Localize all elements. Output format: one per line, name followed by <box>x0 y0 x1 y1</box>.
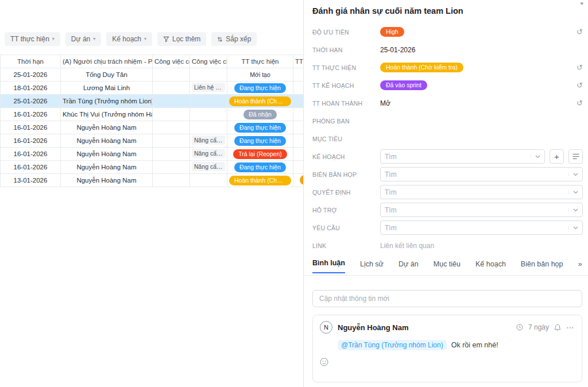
cell-pic[interactable]: Nguyễn Hoàng Nam <box>61 134 153 148</box>
plan-list-button[interactable] <box>568 149 583 164</box>
tab-project[interactable]: Dự án <box>399 260 419 273</box>
tab-comments[interactable]: Bình luận <box>312 259 345 273</box>
filter-tt-thuc-hien[interactable]: TT thực hiện ▾ <box>5 32 60 46</box>
filter-du-an[interactable]: Dự án ▾ <box>65 32 101 46</box>
tabs-overflow-icon[interactable]: » <box>578 260 582 273</box>
cell-due[interactable]: 16-01-2026 <box>1 121 61 134</box>
cell-status[interactable]: Đã nhận <box>227 108 293 121</box>
parent-task-chip[interactable]: Nâng cấp thẻ V <box>192 149 225 158</box>
table-row[interactable]: 25-01-2026 Tống Duy Tân Mới tạo <box>1 68 304 82</box>
cell-due[interactable]: 16-01-2026 <box>1 108 61 121</box>
cell-due[interactable]: 16-01-2026 <box>1 161 61 174</box>
cell-due[interactable]: 25-01-2026 <box>1 68 61 82</box>
status-badge[interactable]: Đang thực hiện <box>234 162 286 172</box>
cell-parent[interactable] <box>190 174 227 187</box>
decision-select[interactable] <box>380 185 583 199</box>
bell-icon[interactable] <box>554 324 561 331</box>
history-icon[interactable]: ↺ <box>577 99 583 107</box>
meeting-minutes-select[interactable] <box>380 167 583 181</box>
new-comment-input[interactable] <box>319 295 575 303</box>
cell-plan-status[interactable] <box>293 68 304 82</box>
cell-pic[interactable]: Nguyễn Hoàng Nam <box>61 161 153 174</box>
more-actions-icon[interactable]: ⋯ <box>566 323 575 332</box>
link-placeholder[interactable]: Liên kết liên quan <box>380 242 434 250</box>
cell-plan-status[interactable] <box>293 82 304 95</box>
cell-status[interactable]: Đang thực hiện <box>227 82 293 95</box>
status-badge[interactable]: Hoàn thành (Chờ kiểm tra) <box>229 96 291 106</box>
sort-button[interactable]: Sắp xếp <box>211 32 257 46</box>
cell-due[interactable]: 25-01-2026 <box>1 95 61 108</box>
parent-task-chip[interactable]: Nâng cấp thẻ V <box>192 162 225 171</box>
meeting-minutes-search-input[interactable] <box>385 171 565 179</box>
cell-subtask[interactable] <box>153 174 190 187</box>
filter-ke-hoach[interactable]: Kế hoạch ▾ <box>106 32 152 46</box>
request-search-input[interactable] <box>385 224 565 232</box>
cell-status[interactable]: Đang thực hiện <box>227 161 293 174</box>
cell-due[interactable]: 13-01-2026 <box>1 174 61 187</box>
due-date-value[interactable]: 25-01-2026 <box>380 46 415 54</box>
history-icon[interactable]: ↺ <box>577 82 583 89</box>
status-badge[interactable]: Đang thực hiện <box>234 136 286 146</box>
cell-status[interactable]: Hoàn thành (Chờ kiểm tra) <box>227 95 293 108</box>
completion-status-value[interactable]: Mở <box>380 99 390 107</box>
table-row[interactable]: 18-01-2026 Lương Mai Linh Liên hệ Suppli… <box>1 82 304 95</box>
cell-subtask[interactable] <box>153 68 190 82</box>
cell-pic[interactable]: Khúc Thị Vui (Trưởng nhóm Hải Âu) <box>61 108 153 121</box>
cell-due[interactable]: 18-01-2026 <box>1 82 61 95</box>
cell-subtask[interactable] <box>153 108 190 121</box>
status-badge[interactable]: Hoàn thành (Chờ kiểm tra) <box>229 176 291 185</box>
tab-objective[interactable]: Mục tiêu <box>434 260 461 273</box>
cell-pic[interactable]: Trần Tùng (Trưởng nhóm Lion) <box>61 95 153 108</box>
cell-due[interactable]: 16-01-2026 <box>1 148 61 161</box>
table-row[interactable]: 13-01-2026 Nguyễn Hoàng Nam Hoàn thành (… <box>1 174 304 187</box>
plan-search-input[interactable] <box>385 153 527 161</box>
chevron-down-icon[interactable] <box>568 226 578 230</box>
cell-status[interactable]: Mới tạo <box>227 68 293 82</box>
table-row[interactable]: 16-01-2026 Nguyễn Hoàng Nam Nâng cấp thẻ… <box>1 134 304 148</box>
add-plan-button[interactable]: + <box>550 149 564 164</box>
new-comment-box[interactable] <box>312 290 582 307</box>
cell-subtask[interactable] <box>153 82 190 95</box>
request-select[interactable] <box>380 220 583 235</box>
chevron-down-icon[interactable] <box>568 173 578 176</box>
status-badge[interactable]: Đã nhận <box>243 110 277 119</box>
decision-search-input[interactable] <box>385 188 565 196</box>
cell-subtask[interactable] <box>153 134 190 148</box>
cell-parent[interactable]: Nâng cấp thẻ V <box>190 148 227 161</box>
cell-parent[interactable]: Liên hệ Supplie <box>190 82 227 95</box>
exec-status-badge[interactable]: Hoàn thành (Chờ kiểm tra) <box>380 63 463 72</box>
parent-task-chip[interactable]: Liên hệ Supplie <box>192 83 225 92</box>
table-row[interactable]: 16-01-2026 Nguyễn Hoàng Nam Nâng cấp thẻ… <box>1 148 304 161</box>
cell-plan-status[interactable] <box>293 134 304 148</box>
cell-parent[interactable]: Nâng cấp thẻ V <box>190 161 227 174</box>
cell-status[interactable]: Đang thực hiện <box>227 121 293 134</box>
cell-plan-status[interactable] <box>293 174 304 187</box>
tab-meeting-minutes[interactable]: Biên bản họp <box>521 260 563 273</box>
priority-badge[interactable]: High <box>380 27 404 37</box>
mention-chip[interactable]: @Trần Tùng (Trưởng nhóm Lion) <box>338 340 447 350</box>
cell-subtask[interactable] <box>153 121 190 134</box>
status-badge[interactable]: Đang thực hiện <box>234 123 286 133</box>
history-icon[interactable]: ↺ <box>577 64 583 71</box>
status-badge[interactable]: Đang thực hiện <box>234 83 286 93</box>
tab-plan[interactable]: Kế hoạch <box>475 260 506 273</box>
plan-status-badge[interactable]: Đã vào sprint <box>380 80 427 90</box>
table-row[interactable]: 16-01-2026 Khúc Thị Vui (Trưởng nhóm Hải… <box>1 108 304 121</box>
cell-pic[interactable]: Nguyễn Hoàng Nam <box>61 148 153 161</box>
cell-plan-status[interactable] <box>293 148 304 161</box>
cell-parent[interactable] <box>190 108 227 121</box>
cell-subtask[interactable] <box>153 161 190 174</box>
emoji-reaction-icon[interactable] <box>320 358 328 366</box>
cell-pic[interactable]: Lương Mai Linh <box>61 82 153 95</box>
more-filter-button[interactable]: Lọc thêm <box>157 32 206 46</box>
cell-parent[interactable]: Nâng cấp thẻ V <box>190 134 227 148</box>
chevron-down-icon[interactable] <box>531 155 540 158</box>
cell-status[interactable]: Trả lại (Reopen) <box>227 148 293 161</box>
cell-pic[interactable]: Tống Duy Tân <box>61 68 153 82</box>
cell-plan-status[interactable] <box>293 108 304 121</box>
cell-parent[interactable] <box>190 68 227 82</box>
chevron-down-icon[interactable] <box>568 208 578 212</box>
collapse-panel-icon[interactable]: ▾ <box>580 0 583 5</box>
plan-select[interactable] <box>380 149 545 164</box>
history-icon[interactable]: ↺ <box>577 28 583 36</box>
